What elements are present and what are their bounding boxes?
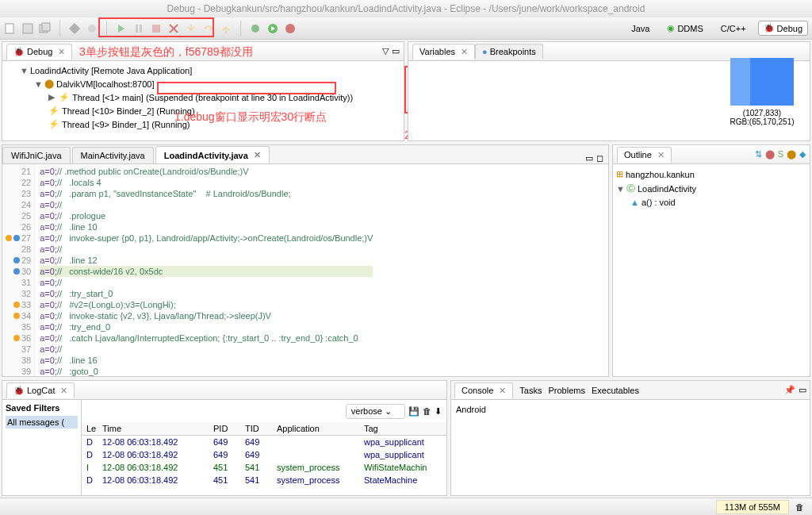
outline-class[interactable]: ▼ⒸLoadindActivity (616, 181, 806, 196)
outline-package[interactable]: ⊞hangzhou.kankun (616, 167, 806, 181)
debug-icon[interactable] (249, 22, 262, 35)
close-icon[interactable]: ✕ (461, 47, 468, 57)
tasks-tab[interactable]: Tasks (519, 386, 542, 395)
log-row[interactable]: I12-08 06:03:18.492451541system_processW… (82, 461, 446, 474)
svg-point-14 (285, 24, 295, 33)
status-bar: 113M of 555M 🗑 (0, 498, 812, 515)
close-icon[interactable]: ✕ (60, 386, 67, 396)
filter-icon[interactable]: ⬤ (765, 149, 775, 159)
memory-indicator[interactable]: 113M of 555M (716, 500, 789, 514)
close-icon[interactable]: ✕ (254, 150, 261, 160)
svg-rect-4 (69, 22, 80, 33)
code-editor[interactable]: 21 22 23 24 25 26 27 28 29 30 31 32 33 3… (2, 164, 608, 376)
svg-rect-8 (140, 25, 142, 33)
title-bar: Debug - Debugkankun/src/hangzhou/kankun/… (0, 0, 812, 17)
save-log-icon[interactable]: 💾 (408, 406, 419, 417)
annotation-text-2: 1.debug窗口显示明宏30行断点 (174, 110, 327, 125)
hide-static-icon[interactable]: S (778, 149, 783, 159)
variables-view: Variables✕ ●Breakpoints (1027,833) RGB:(… (408, 41, 810, 141)
ddms-perspective[interactable]: ◉DDMS (661, 21, 708, 36)
svg-rect-0 (6, 24, 13, 33)
save-icon[interactable] (21, 22, 34, 35)
filter-all[interactable]: All messages ( (6, 416, 78, 429)
disconnect-icon[interactable] (167, 22, 180, 35)
sort-icon[interactable]: ⇅ (755, 149, 762, 159)
log-level-select[interactable]: verbose ⌄ (346, 404, 405, 419)
maximize-icon[interactable]: ◻ (596, 153, 603, 163)
svg-rect-1 (23, 24, 33, 33)
step-into-icon[interactable] (185, 22, 197, 35)
cpp-perspective[interactable]: C/C++ (715, 21, 752, 36)
step-return-icon[interactable] (220, 22, 232, 35)
minimize-icon[interactable]: ▭ (392, 46, 400, 56)
stop-icon[interactable] (150, 22, 163, 35)
editor-tab-loading[interactable]: LoadindActivity.java✕ (155, 146, 270, 163)
console-view: Console✕ Tasks Problems Executables 📌 ▭ … (450, 380, 810, 496)
editor-tab-main[interactable]: MainActivity.java (72, 147, 154, 163)
breakpoints-tab[interactable]: ●Breakpoints (475, 44, 543, 59)
log-row[interactable]: D12-08 06:03:18.492649649wpa_supplicant (82, 436, 446, 448)
log-row[interactable]: D12-08 06:03:18.492451541system_processS… (82, 474, 446, 486)
run-icon[interactable] (266, 22, 279, 35)
pin-icon[interactable]: 📌 (784, 385, 795, 395)
skip-bp-icon[interactable] (86, 22, 98, 35)
svg-rect-7 (136, 25, 138, 33)
pause-icon[interactable] (132, 22, 145, 35)
logcat-view: 🐞LogCat✕ Saved Filters All messages ( ve… (2, 380, 447, 496)
log-table[interactable]: Le Time PID TID Application Tag D12-08 0… (82, 422, 446, 495)
step-over-icon[interactable] (202, 22, 215, 35)
log-row[interactable]: D12-08 06:03:18.492649649wpa_supplicant (82, 448, 446, 461)
view-menu-icon[interactable]: ▽ (382, 46, 389, 56)
debug-app-node[interactable]: ▼LoadindActivity [Remote Java Applicatio… (6, 64, 400, 77)
executables-tab[interactable]: Executables (592, 386, 639, 395)
new-icon[interactable] (4, 22, 17, 35)
build-icon[interactable] (68, 22, 81, 35)
outline-tab[interactable]: Outline✕ (617, 147, 672, 163)
resume-icon[interactable] (115, 22, 128, 35)
debug-perspective[interactable]: 🐞Debug (758, 21, 808, 36)
debug-tab[interactable]: 🐞 Debug ✕ (6, 44, 72, 60)
color-swatch (730, 58, 794, 106)
clear-log-icon[interactable]: 🗑 (423, 406, 431, 416)
svg-marker-6 (118, 25, 124, 33)
debug-vm-node[interactable]: ▼⬤DalvikVM[localhost:8700] (6, 77, 400, 90)
main-toolbar: Java ◉DDMS C/C++ 🐞Debug (0, 17, 812, 40)
variables-tab[interactable]: Variables✕ (412, 44, 475, 60)
scroll-lock-icon[interactable]: ⬇ (435, 406, 442, 417)
console-tab[interactable]: Console✕ (454, 382, 513, 398)
external-tools-icon[interactable] (284, 22, 297, 35)
hide-fields-icon[interactable]: ⬤ (787, 149, 796, 159)
svg-point-5 (88, 25, 96, 33)
save-all-icon[interactable] (39, 22, 52, 35)
outline-view: Outline✕ ⇅ ⬤ S ⬤ ◆ ⊞hangzhou.kankun ▼ⒸLo… (612, 144, 810, 377)
editor-tab-wifi[interactable]: WifiJniC.java (2, 147, 71, 163)
gc-icon[interactable]: 🗑 (795, 502, 804, 512)
svg-point-11 (251, 25, 259, 33)
minimize-icon[interactable]: ▭ (585, 153, 593, 163)
saved-filters: Saved Filters All messages ( (2, 400, 82, 495)
hide-nonpublic-icon[interactable]: ◆ (799, 149, 806, 159)
close-icon[interactable]: ✕ (499, 386, 506, 396)
logcat-tab[interactable]: 🐞LogCat✕ (6, 382, 75, 398)
editor-view: WifiJniC.java MainActivity.java LoadindA… (2, 144, 609, 377)
annotation-text-1: 3单步按钮是灰色的，f56789都没用 (79, 45, 253, 60)
close-icon[interactable]: ✕ (58, 47, 65, 57)
color-preview: (1027,833) RGB:(65,170,251) (722, 58, 802, 126)
gutter: 21 22 23 24 25 26 27 28 29 30 31 32 33 3… (2, 164, 35, 376)
outline-method[interactable]: ▲a() : void (616, 196, 806, 209)
java-perspective[interactable]: Java (626, 21, 655, 36)
svg-rect-3 (42, 23, 50, 31)
svg-rect-9 (152, 25, 160, 33)
console-body: Android (451, 400, 810, 419)
debug-thread-main[interactable]: ▶⚡Thread [<1> main] (Suspended (breakpoi… (6, 90, 400, 104)
close-icon[interactable]: ✕ (657, 150, 665, 160)
display-icon[interactable]: ▭ (799, 385, 806, 395)
problems-tab[interactable]: Problems (548, 386, 584, 395)
